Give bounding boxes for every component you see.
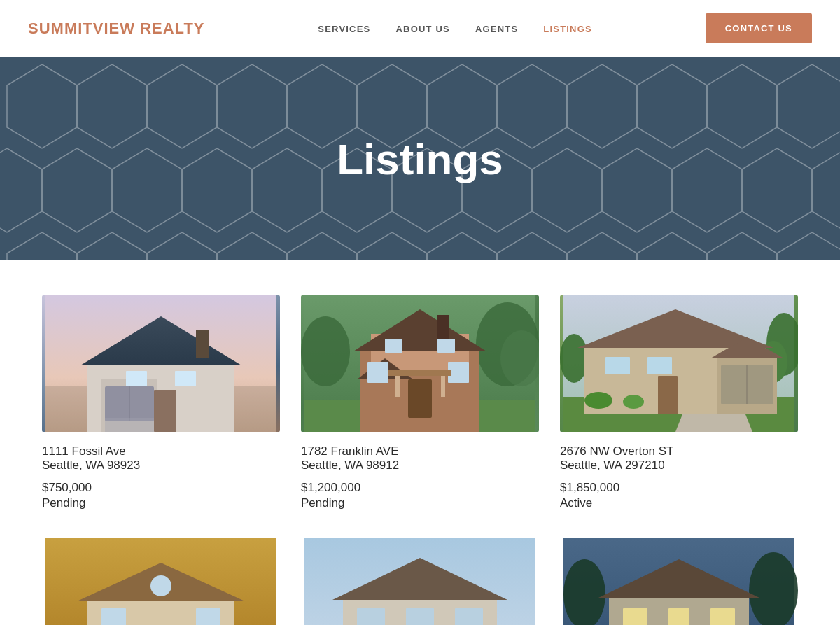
svg-rect-92 xyxy=(196,608,220,625)
nav-link-agents[interactable]: AGENTS xyxy=(475,24,518,34)
svg-rect-44 xyxy=(154,390,176,432)
listing-card[interactable] xyxy=(301,538,539,625)
listing-address-line1: 1111 Fossil Ave xyxy=(42,444,280,458)
svg-marker-11 xyxy=(777,64,840,148)
svg-rect-109 xyxy=(668,608,690,625)
contact-us-button[interactable]: CONTACT US xyxy=(706,13,812,43)
listing-info-2: 1782 Franklin AVE Seattle, WA 98912 $1,2… xyxy=(301,432,539,510)
listing-image-4 xyxy=(42,538,280,625)
svg-marker-24 xyxy=(812,148,840,232)
svg-marker-23 xyxy=(742,148,812,232)
svg-marker-20 xyxy=(532,148,602,232)
svg-marker-14 xyxy=(112,148,182,232)
listing-price: $1,850,000 xyxy=(560,481,798,495)
svg-marker-26 xyxy=(77,232,147,260)
svg-marker-16 xyxy=(252,148,322,232)
listing-card[interactable]: 1111 Fossil Ave Seattle, WA 98923 $750,0… xyxy=(42,295,280,510)
svg-marker-25 xyxy=(7,232,77,260)
svg-rect-91 xyxy=(102,608,126,625)
svg-point-50 xyxy=(301,316,350,386)
svg-marker-33 xyxy=(567,232,637,260)
listing-info-1: 1111 Fossil Ave Seattle, WA 98923 $750,0… xyxy=(42,432,280,510)
svg-marker-22 xyxy=(672,148,742,232)
hero-title: Listings xyxy=(337,134,503,184)
svg-marker-30 xyxy=(357,232,427,260)
listing-image-6 xyxy=(560,538,798,625)
listing-image-5 xyxy=(301,538,539,625)
svg-rect-48 xyxy=(105,418,154,432)
svg-rect-100 xyxy=(406,608,434,625)
brand-logo[interactable]: SUMMITVIEW REALTY xyxy=(28,20,205,38)
listing-image-3 xyxy=(560,295,798,432)
listing-status: Pending xyxy=(301,496,539,510)
nav-link-listings[interactable]: LISTINGS xyxy=(543,24,592,34)
brand-name-part2: REALTY xyxy=(140,20,204,37)
svg-point-82 xyxy=(584,392,612,409)
listing-image-1 xyxy=(42,295,280,432)
listing-address-line2: Seattle, WA 98912 xyxy=(301,458,539,472)
listing-card[interactable]: 1782 Franklin AVE Seattle, WA 98912 $1,2… xyxy=(301,295,539,510)
listing-card[interactable] xyxy=(42,538,280,625)
listing-address-line1: 2676 NW Overton ST xyxy=(560,444,798,458)
svg-marker-27 xyxy=(147,232,217,260)
svg-rect-60 xyxy=(438,339,455,353)
nav-item-services[interactable]: SERVICES xyxy=(318,22,370,35)
listing-status: Pending xyxy=(42,496,280,510)
svg-marker-2 xyxy=(147,64,217,148)
listing-price: $1,200,000 xyxy=(301,481,539,495)
nav-item-agents[interactable]: AGENTS xyxy=(475,22,518,35)
svg-rect-80 xyxy=(606,357,630,374)
svg-rect-64 xyxy=(396,372,400,397)
svg-marker-12 xyxy=(0,148,42,232)
listing-address-line2: Seattle, WA 297210 xyxy=(560,458,798,472)
listings-section: 1111 Fossil Ave Seattle, WA 98923 $750,0… xyxy=(0,260,840,625)
svg-marker-10 xyxy=(707,64,777,148)
svg-rect-81 xyxy=(648,357,672,374)
svg-rect-63 xyxy=(408,379,432,418)
nav-links: SERVICES ABOUT US AGENTS LISTINGS xyxy=(318,22,592,35)
svg-marker-35 xyxy=(707,232,777,260)
svg-marker-8 xyxy=(567,64,637,148)
listing-info-3: 2676 NW Overton ST Seattle, WA 297210 $1… xyxy=(560,432,798,510)
svg-rect-47 xyxy=(196,330,209,358)
svg-marker-32 xyxy=(497,232,567,260)
svg-point-70 xyxy=(560,334,588,383)
nav-link-about[interactable]: ABOUT US xyxy=(396,24,450,34)
svg-rect-66 xyxy=(388,370,451,376)
svg-rect-45 xyxy=(126,371,147,386)
listing-card[interactable] xyxy=(560,538,798,625)
svg-rect-98 xyxy=(357,608,385,625)
svg-marker-0 xyxy=(7,64,77,148)
svg-rect-46 xyxy=(175,371,196,386)
svg-marker-21 xyxy=(602,148,672,232)
svg-marker-9 xyxy=(637,64,707,148)
svg-point-83 xyxy=(623,395,644,409)
svg-rect-61 xyxy=(368,362,388,383)
svg-marker-31 xyxy=(427,232,497,260)
nav-item-listings[interactable]: LISTINGS xyxy=(543,22,592,35)
listing-card[interactable]: 2676 NW Overton ST Seattle, WA 297210 $1… xyxy=(560,295,798,510)
listing-price: $750,000 xyxy=(42,481,280,495)
brand-name-part1: SUMMITVIEW xyxy=(28,20,135,37)
listings-grid: 1111 Fossil Ave Seattle, WA 98923 $750,0… xyxy=(42,295,798,625)
svg-marker-3 xyxy=(217,64,287,148)
svg-rect-59 xyxy=(385,339,402,353)
svg-rect-57 xyxy=(438,315,449,339)
svg-rect-107 xyxy=(623,608,648,625)
svg-rect-99 xyxy=(455,608,483,625)
listing-status: Active xyxy=(560,496,798,510)
svg-marker-13 xyxy=(42,148,112,232)
svg-marker-15 xyxy=(182,148,252,232)
nav-item-about[interactable]: ABOUT US xyxy=(396,22,450,35)
svg-rect-108 xyxy=(710,608,735,625)
listing-image-2 xyxy=(301,295,539,432)
svg-point-88 xyxy=(150,575,172,596)
svg-marker-7 xyxy=(497,64,567,148)
svg-marker-28 xyxy=(217,232,287,260)
hero-banner: Listings xyxy=(0,57,840,260)
nav-link-services[interactable]: SERVICES xyxy=(318,24,370,34)
svg-marker-29 xyxy=(287,232,357,260)
svg-rect-79 xyxy=(658,376,678,414)
listing-address-line1: 1782 Franklin AVE xyxy=(301,444,539,458)
navbar: SUMMITVIEW REALTY SERVICES ABOUT US AGEN… xyxy=(0,0,840,57)
